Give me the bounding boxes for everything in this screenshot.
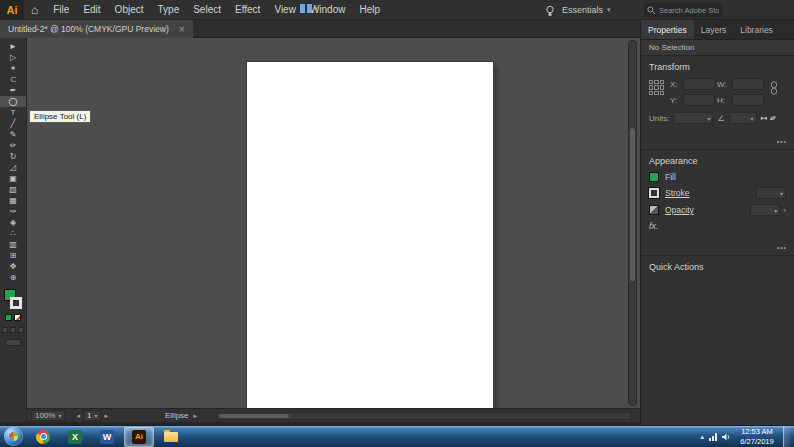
pencil-tool[interactable]: ✏ bbox=[0, 140, 26, 151]
chevron-down-icon: ▾ bbox=[707, 115, 710, 122]
discover-lightbulb-icon[interactable] bbox=[545, 4, 555, 22]
tab-layers[interactable]: Layers bbox=[694, 20, 734, 39]
w-input[interactable] bbox=[732, 78, 764, 90]
next-artboard-button[interactable]: ▸ bbox=[104, 412, 108, 420]
horizontal-scrollbar[interactable] bbox=[216, 412, 632, 420]
angle-dropdown[interactable]: ▾ bbox=[729, 112, 757, 124]
pen-tool[interactable]: ✒ bbox=[0, 85, 26, 96]
artboard-number-value: 1 bbox=[87, 411, 91, 420]
units-label: Units: bbox=[649, 114, 669, 123]
show-desktop-button[interactable] bbox=[783, 426, 791, 447]
close-icon[interactable]: × bbox=[179, 24, 185, 35]
artboard[interactable] bbox=[247, 62, 493, 408]
effects-button[interactable]: fx. bbox=[649, 221, 659, 231]
transform-section: Transform X: W: Y: H: Units: ▾ ∠ ▾ ▸◂ ▴▾… bbox=[641, 56, 794, 150]
folder-icon bbox=[164, 432, 178, 442]
selection-tool[interactable]: ► bbox=[0, 41, 26, 52]
more-options-icon[interactable]: ••• bbox=[777, 138, 787, 145]
clock-time: 12:53 AM bbox=[736, 427, 778, 436]
tab-properties[interactable]: Properties bbox=[641, 20, 694, 39]
menu-item[interactable]: Effect bbox=[228, 0, 267, 20]
none-button[interactable] bbox=[14, 314, 21, 321]
line-segment-tool[interactable]: ╱ bbox=[0, 118, 26, 129]
magic-wand-tool[interactable]: ✶ bbox=[0, 63, 26, 74]
volume-icon[interactable] bbox=[722, 433, 731, 441]
stroke-color-swatch[interactable] bbox=[10, 297, 22, 309]
direct-selection-tool[interactable]: ▷ bbox=[0, 52, 26, 63]
vertical-scroll-thumb[interactable] bbox=[630, 128, 635, 281]
taskbar-clock[interactable]: 12:53 AM 6/27/2019 bbox=[736, 427, 778, 446]
stroke-weight-dropdown[interactable]: ▾ bbox=[756, 187, 786, 199]
flip-vertical-button[interactable]: ▴▾ bbox=[770, 114, 775, 122]
stock-search-input[interactable] bbox=[659, 6, 719, 15]
fill-swatch[interactable] bbox=[649, 172, 659, 182]
taskbar-chrome-button[interactable] bbox=[28, 427, 58, 447]
hand-tool[interactable]: ✥ bbox=[0, 261, 26, 272]
constrain-proportions-icon[interactable] bbox=[770, 81, 778, 95]
blend-tool[interactable]: ◈ bbox=[0, 217, 26, 228]
taskbar-excel-button[interactable]: X bbox=[60, 427, 90, 447]
shape-builder-tool[interactable]: ▣ bbox=[0, 173, 26, 184]
menu-item[interactable]: View bbox=[267, 0, 303, 20]
previous-artboard-button[interactable]: ◂ bbox=[76, 412, 80, 420]
chevron-right-icon[interactable]: › bbox=[783, 206, 786, 215]
vertical-scrollbar[interactable] bbox=[628, 40, 637, 406]
opacity-dropdown[interactable]: ▾ bbox=[750, 204, 780, 216]
document-tab[interactable]: Untitled-2* @ 100% (CMYK/GPU Preview) × bbox=[0, 20, 193, 38]
paintbrush-tool[interactable]: ✎ bbox=[0, 129, 26, 140]
taskbar-word-button[interactable]: W bbox=[92, 427, 122, 447]
draw-normal-button[interactable] bbox=[2, 327, 8, 333]
main-menu: FileEditObjectTypeSelectEffectViewWindow… bbox=[46, 0, 387, 20]
eyedropper-tool[interactable]: ✑ bbox=[0, 206, 26, 217]
menu-item[interactable]: File bbox=[46, 0, 76, 20]
color-button[interactable] bbox=[5, 314, 12, 321]
type-tool[interactable]: T bbox=[0, 107, 26, 118]
zoom-level-dropdown[interactable]: 100% ▾ bbox=[31, 410, 65, 421]
gradient-tool[interactable]: ▧ bbox=[0, 184, 26, 195]
artboard-number-dropdown[interactable]: 1 ▾ bbox=[83, 410, 101, 421]
workspace-switcher[interactable]: Essentials ▾ bbox=[562, 0, 611, 20]
symbol-sprayer-tool[interactable]: ∴ bbox=[0, 228, 26, 239]
arrange-documents-icon[interactable]: ▾ bbox=[300, 4, 318, 13]
zoom-level-value: 100% bbox=[35, 411, 55, 420]
zoom-tool[interactable]: ⊕ bbox=[0, 272, 26, 283]
appearance-title: Appearance bbox=[649, 156, 786, 166]
artboard-tool[interactable]: ⊞ bbox=[0, 250, 26, 261]
canvas-area[interactable] bbox=[27, 38, 640, 408]
taskbar-illustrator-button[interactable]: Ai bbox=[124, 427, 154, 447]
column-graph-tool[interactable]: ▥ bbox=[0, 239, 26, 250]
horizontal-scroll-thumb[interactable] bbox=[219, 414, 289, 418]
menu-item[interactable]: Object bbox=[108, 0, 151, 20]
mesh-tool[interactable]: ▦ bbox=[0, 195, 26, 206]
ellipse-tool[interactable]: ◯ bbox=[0, 96, 26, 107]
screen-mode-button[interactable] bbox=[5, 339, 21, 346]
home-icon[interactable]: ⌂ bbox=[31, 3, 38, 17]
opacity-link[interactable]: Opacity bbox=[665, 205, 694, 215]
x-input[interactable] bbox=[683, 78, 715, 90]
h-input[interactable] bbox=[732, 94, 764, 106]
units-dropdown[interactable]: ▾ bbox=[673, 112, 713, 124]
flip-horizontal-button[interactable]: ▸◂ bbox=[761, 114, 766, 122]
menu-item[interactable]: Type bbox=[151, 0, 187, 20]
scale-tool[interactable]: ◿ bbox=[0, 162, 26, 173]
draw-inside-button[interactable] bbox=[18, 327, 24, 333]
y-input[interactable] bbox=[683, 94, 715, 106]
stroke-swatch[interactable] bbox=[649, 188, 659, 198]
chevron-down-icon: ▾ bbox=[780, 190, 783, 197]
network-icon[interactable] bbox=[709, 433, 717, 441]
draw-behind-button[interactable] bbox=[10, 327, 16, 333]
lasso-tool[interactable]: ⊂ bbox=[0, 74, 26, 85]
menu-item[interactable]: Help bbox=[352, 0, 387, 20]
stroke-link[interactable]: Stroke bbox=[665, 188, 690, 198]
more-options-icon[interactable]: ••• bbox=[777, 244, 787, 251]
shear-angle-icon: ∠ bbox=[717, 114, 724, 123]
rotate-tool[interactable]: ↻ bbox=[0, 151, 26, 162]
tray-expand-icon[interactable]: ▴ bbox=[700, 433, 704, 441]
start-button[interactable] bbox=[4, 427, 23, 446]
taskbar-explorer-button[interactable] bbox=[156, 427, 186, 447]
menu-item[interactable]: Select bbox=[186, 0, 228, 20]
scroll-left-icon[interactable]: ▸ bbox=[194, 412, 198, 420]
reference-point-locator[interactable] bbox=[649, 80, 664, 95]
tab-libraries[interactable]: Libraries bbox=[733, 20, 780, 39]
menu-item[interactable]: Edit bbox=[76, 0, 107, 20]
